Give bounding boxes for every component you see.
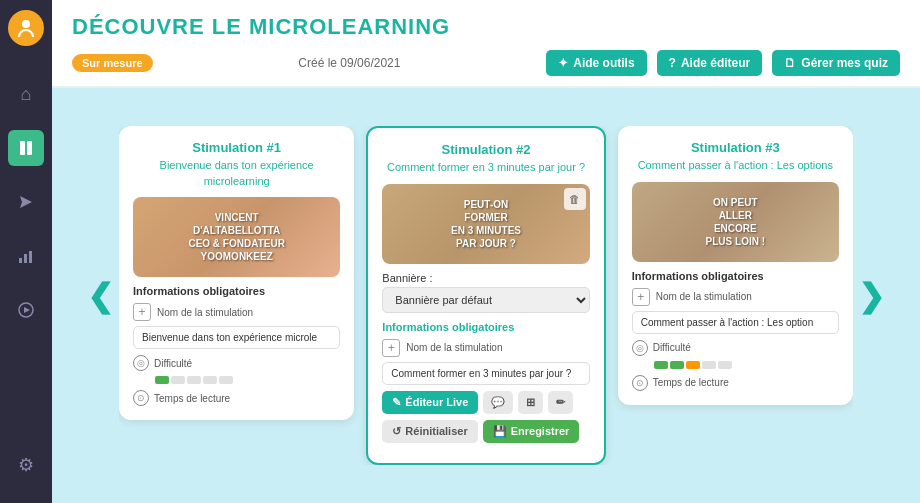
wrench-icon: ✦ [558, 56, 568, 70]
refresh-icon: ↺ [392, 425, 401, 438]
sidebar-bottom: ⚙ [8, 447, 44, 483]
aide-editeur-button[interactable]: ? Aide éditeur [657, 50, 763, 76]
card-1: Stimulation #1 Bienvenue dans ton expéri… [119, 126, 354, 420]
next-arrow-button[interactable]: ❯ [853, 277, 890, 315]
card-2-bottom-btns: ↺ Réinitialiser 💾 Enregistrer [382, 420, 589, 443]
clipboard-icon: 🗋 [784, 56, 796, 70]
difficulty-icon-1: ◎ [133, 355, 149, 371]
card-3: Stimulation #3 Comment passer à l'action… [618, 126, 853, 404]
monitor-icon-button[interactable]: ⊞ [518, 391, 543, 414]
star-5 [219, 376, 233, 384]
toolbar-date: Créé le 09/06/2021 [163, 56, 537, 70]
sidebar-item-home[interactable]: ⌂ [8, 76, 44, 112]
sidebar-item-send[interactable] [8, 184, 44, 220]
card-1-temps-label: Temps de lecture [154, 393, 230, 404]
card-3-difficulty-stars [654, 361, 839, 369]
svg-marker-3 [20, 196, 32, 208]
svg-rect-4 [19, 258, 22, 263]
gerer-quiz-button[interactable]: 🗋 Gérer mes quiz [772, 50, 900, 76]
card-3-section-label: Informations obligatoires [632, 270, 839, 282]
svg-marker-8 [24, 307, 30, 313]
card-1-title: Stimulation #1 [133, 140, 340, 155]
card-2-section-label: Informations obligatoires [382, 321, 589, 333]
card-3-difficulty-label: Difficulté [653, 342, 691, 353]
card-3-temps-row: ⊙ Temps de lecture [632, 375, 839, 391]
editeur-live-button[interactable]: ✎ Éditeur Live [382, 391, 478, 414]
page-title: DÉCOUVRE LE MICROLEARNING [72, 14, 900, 40]
card-3-temps-label: Temps de lecture [653, 377, 729, 388]
card-1-image: VINCENTd'ALTABELLOTTACEO & FONDATEURYOOM… [133, 197, 340, 277]
card-1-section-label: Informations obligatoires [133, 285, 340, 297]
card-1-difficulty-label: Difficulté [154, 358, 192, 369]
card-2: Stimulation #2 Comment former en 3 minut… [366, 126, 605, 464]
pencil-icon-button[interactable]: ✏ [548, 391, 573, 414]
sidebar-item-chart[interactable] [8, 238, 44, 274]
card-3-image-text: ON PEUTALLERENCOREPLUS LOIN ! [701, 191, 770, 253]
card-2-field-label: Nom de la stimulation [406, 342, 502, 353]
sidebar-nav: ⌂ [8, 76, 44, 427]
star-3-3 [686, 361, 700, 369]
card-1-field-label: Nom de la stimulation [157, 307, 253, 318]
reinit-button[interactable]: ↺ Réinitialiser [382, 420, 477, 443]
save-icon: 💾 [493, 425, 507, 438]
star-2 [171, 376, 185, 384]
star-3-2 [670, 361, 684, 369]
card-2-delete-button[interactable]: 🗑 [564, 188, 586, 210]
card-1-temps-row: ⊙ Temps de lecture [133, 390, 340, 406]
card-2-title: Stimulation #2 [382, 142, 589, 157]
badge-sur-mesure: Sur mesure [72, 54, 153, 72]
prev-arrow-button[interactable]: ❮ [82, 277, 119, 315]
card-2-action-btns: ✎ Éditeur Live 💬 ⊞ ✏ [382, 391, 589, 414]
sidebar-item-book[interactable] [8, 130, 44, 166]
sidebar-item-play[interactable] [8, 292, 44, 328]
card-3-image: ON PEUTALLERENCOREPLUS LOIN ! [632, 182, 839, 262]
aide-outils-button[interactable]: ✦ Aide outils [546, 50, 646, 76]
svg-rect-5 [24, 254, 27, 263]
card-3-title: Stimulation #3 [632, 140, 839, 155]
card-1-field-row: + Nom de la stimulation [133, 303, 340, 321]
toolbar: Sur mesure Créé le 09/06/2021 ✦ Aide out… [72, 50, 900, 76]
card-3-field-label: Nom de la stimulation [656, 291, 752, 302]
card-1-name-input[interactable] [133, 326, 340, 349]
card-2-subtitle: Comment former en 3 minutes par jour ? [382, 160, 589, 175]
card-2-field-row: + Nom de la stimulation [382, 339, 589, 357]
sidebar: ⌂ ⚙ [0, 0, 52, 503]
card-2-image-text: PEUT-ONFORMEREN 3 MINUTESPAR JOUR ? [446, 193, 526, 255]
svg-rect-2 [27, 141, 32, 155]
card-1-image-text: VINCENTd'ALTABELLOTTACEO & FONDATEURYOOM… [183, 206, 289, 268]
header: DÉCOUVRE LE MICROLEARNING Sur mesure Cré… [52, 0, 920, 88]
star-1 [155, 376, 169, 384]
clock-icon-1: ⊙ [133, 390, 149, 406]
card-3-field-row: + Nom de la stimulation [632, 288, 839, 306]
card-2-banner-label: Bannière : [382, 272, 589, 284]
plus-icon: + [133, 303, 151, 321]
card-1-difficulty-row: ◎ Difficulté [133, 355, 340, 371]
star-3-5 [718, 361, 732, 369]
sidebar-logo [8, 10, 44, 46]
star-3-1 [654, 361, 668, 369]
star-3-4 [702, 361, 716, 369]
sidebar-item-settings[interactable]: ⚙ [8, 447, 44, 483]
clock-icon-3: ⊙ [632, 375, 648, 391]
card-3-name-input[interactable] [632, 311, 839, 334]
card-2-banner-select[interactable]: Bannière par défaut [382, 287, 589, 313]
question-icon: ? [669, 56, 676, 70]
svg-rect-1 [20, 141, 25, 155]
plus-icon-3: + [632, 288, 650, 306]
enregistrer-button[interactable]: 💾 Enregistrer [483, 420, 580, 443]
card-1-difficulty-stars [155, 376, 340, 384]
chat-icon-button[interactable]: 💬 [483, 391, 513, 414]
card-3-subtitle: Comment passer à l'action : Les options [632, 158, 839, 173]
card-3-difficulty-row: ◎ Difficulté [632, 340, 839, 356]
svg-rect-6 [29, 251, 32, 263]
main-content: DÉCOUVRE LE MICROLEARNING Sur mesure Cré… [52, 0, 920, 503]
difficulty-icon-3: ◎ [632, 340, 648, 356]
cards-container: Stimulation #1 Bienvenue dans ton expéri… [119, 126, 853, 464]
star-3 [187, 376, 201, 384]
svg-point-0 [22, 20, 30, 28]
card-1-subtitle: Bienvenue dans ton expérience microlearn… [133, 158, 340, 189]
star-4 [203, 376, 217, 384]
content-area: ❮ Stimulation #1 Bienvenue dans ton expé… [52, 88, 920, 503]
plus-icon-2: + [382, 339, 400, 357]
card-2-name-input[interactable] [382, 362, 589, 385]
